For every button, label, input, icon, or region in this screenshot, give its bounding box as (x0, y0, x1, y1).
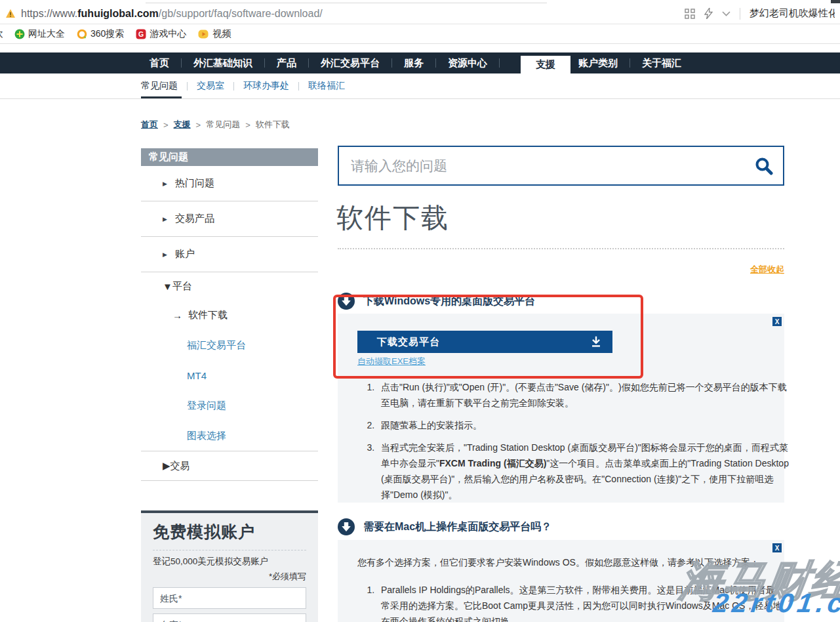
bookmark-gamecenter[interactable]: G 游戏中心 (136, 28, 186, 40)
bookmark-wangzhidaquan[interactable]: 网址大全 (14, 28, 65, 40)
browser-address-bar[interactable]: https://www.fuhuiglobal.com/gb/support/f… (0, 3, 840, 24)
page-title: 软件下载 (336, 200, 449, 236)
last-name-field[interactable] (153, 587, 306, 609)
sidebar-item-label: 福汇交易平台 (187, 339, 246, 352)
install-step: 当程式完全安装后，"Trading Station Desktop (桌面版交易… (377, 440, 789, 503)
sidebar-item-label: 平台 (172, 280, 192, 293)
nav-item-account-types[interactable]: 账户类别 (578, 57, 618, 70)
breadcrumb-support[interactable]: 支援 (174, 119, 191, 131)
subnav-separator (298, 82, 299, 91)
subnav-separator (187, 82, 188, 91)
install-steps-list: 点击"Run (执行)"或"Open (开)"。(不要点击"Save (储存)"… (377, 379, 789, 509)
nav-item-about[interactable]: 关于福汇 (642, 57, 681, 70)
sidebar-header: 常见问题 (141, 148, 318, 166)
subnav-item-contact[interactable]: 联络福汇 (308, 73, 345, 98)
dashed-divider (153, 550, 306, 550)
triangle-down-icon: ▼ (163, 281, 172, 292)
breadcrumb-current: 软件下载 (256, 119, 290, 131)
demo-box-subtitle: 登记50,000美元模拟交易账户 (153, 556, 306, 568)
sidebar-item-hot-questions[interactable]: ▶ 热门问题 (141, 166, 318, 201)
search-button[interactable] (745, 147, 783, 184)
free-demo-account-box: 免费模拟账户 登记50,000美元模拟交易账户 *必须填写 (141, 510, 318, 622)
bookmark-label: 360搜索 (90, 28, 124, 40)
mac-options-intro: 您有多个选择方案，但它们要求客户安装Windows OS。假如您愿意这样做，请参… (357, 557, 770, 569)
faq-sidebar: 常见问题 ▶ 热门问题 ▶ 交易产品 ▶ 账户 ▼ 平台 → 软件下载 福汇交易… (141, 148, 318, 481)
bookmark-icon-ring (77, 29, 87, 39)
triangle-right-icon: ▶ (163, 460, 170, 472)
sidebar-item-label: 软件下载 (188, 309, 228, 321)
section2-header[interactable]: 需要在Mac机上操作桌面版交易平台吗？ (338, 518, 551, 535)
nav-item-products[interactable]: 产品 (277, 57, 296, 70)
bookmark-360search[interactable]: 360搜索 (77, 28, 124, 40)
nav-item-support-active[interactable]: 支援 (521, 56, 570, 73)
nav-item-trading-platforms[interactable]: 外汇交易平台 (321, 57, 380, 70)
chevron-down-icon[interactable] (722, 11, 730, 16)
sub-navigation: 常见问题 交易室 环球办事处 联络福汇 (0, 73, 840, 99)
sidebar-item-label: 账户 (175, 248, 195, 260)
nav-separator (264, 58, 265, 68)
nav-separator (391, 58, 392, 68)
sidebar-child-mt4[interactable]: MT4 (141, 360, 318, 390)
download-platform-button[interactable]: 下载交易平台 (357, 331, 612, 353)
bookmark-video[interactable]: 视频 (198, 28, 231, 40)
section1-header[interactable]: 下载Windows专用的桌面版交易平台 (338, 293, 535, 310)
install-step: 跟随萤幕上的安装指示。 (377, 417, 789, 433)
sidebar-child-login-issues[interactable]: 登录问题 (141, 390, 318, 421)
circle-arrow-down-icon (338, 518, 355, 535)
breadcrumb-separator: > (196, 120, 201, 130)
sidebar-item-trading[interactable]: ▶ 交易 (141, 451, 318, 481)
sidebar-item-accounts[interactable]: ▶ 账户 (141, 237, 318, 272)
bookmark-label: 游戏中心 (150, 28, 186, 40)
breadcrumb-home[interactable]: 首页 (141, 119, 158, 131)
sidebar-item-label: 交易产品 (175, 213, 214, 225)
sidebar-item-trading-products[interactable]: ▶ 交易产品 (141, 201, 318, 237)
subnav-item-global-offices[interactable]: 环球办事处 (243, 73, 289, 98)
breadcrumb-separator: > (163, 120, 169, 130)
bookmark-clipped[interactable]: 欢 (0, 28, 3, 40)
sidebar-item-label: 图表选择 (187, 430, 226, 442)
section1-title: 下载Windows专用的桌面版交易平台 (363, 295, 535, 308)
mac-option: Parallels IP Holdings的Parallels。这是第三方软件，… (377, 582, 784, 622)
download-button-label: 下载交易平台 (377, 336, 440, 348)
exe-auto-link[interactable]: 自动撷取EXE档案 (357, 356, 426, 367)
step-text-bold: FXCM Trading (福汇交易) (439, 458, 546, 468)
nav-item-services[interactable]: 服务 (404, 57, 424, 70)
search-icon (754, 156, 774, 176)
svg-text:G: G (138, 30, 144, 38)
demo-box-title: 免费模拟账户 (153, 521, 306, 543)
first-name-field[interactable] (153, 613, 306, 622)
section2-panel: X 您有多个选择方案，但它们要求客户安装Windows OS。假如您愿意这样做，… (338, 540, 784, 622)
triangle-right-icon: ▶ (163, 180, 167, 187)
bookmark-icon-play (198, 29, 209, 39)
sidebar-item-platform-expanded[interactable]: ▼ 平台 (141, 272, 318, 300)
close-ad-icon[interactable]: X (772, 543, 782, 552)
sidebar-item-label: 登录问题 (187, 400, 226, 412)
nav-item-home[interactable]: 首页 (150, 57, 169, 70)
subnav-separator (233, 82, 234, 91)
faq-search-box (338, 146, 784, 186)
bookmark-icon-plus (14, 29, 25, 39)
close-ad-icon[interactable]: X (772, 317, 782, 326)
subnav-item-faq-active[interactable]: 常见问题 (141, 73, 178, 98)
bookmark-label: 网址大全 (28, 28, 65, 40)
subnav-item-trading-room[interactable]: 交易室 (197, 73, 224, 98)
grid-apps-icon[interactable] (685, 9, 695, 19)
nav-item-forex-basics[interactable]: 外汇基础知识 (193, 57, 252, 70)
collapse-all-link[interactable]: 全部收起 (338, 264, 784, 276)
mac-options-list: Parallels IP Holdings的Parallels。这是第三方软件，… (377, 582, 784, 622)
main-navigation: 首页 外汇基础知识 产品 外汇交易平台 服务 资源中心 支援 账户类别 关于福汇 (0, 52, 840, 73)
search-input[interactable] (339, 158, 745, 174)
sidebar-child-fxcm-platform[interactable]: 福汇交易平台 (141, 330, 318, 360)
sidebar-item-label: MT4 (187, 370, 207, 381)
sidebar-child-charting[interactable]: 图表选择 (141, 421, 318, 451)
circle-arrow-down-icon (338, 293, 355, 310)
lightning-icon[interactable] (704, 8, 713, 19)
nav-separator (435, 58, 436, 68)
nav-item-resources[interactable]: 资源中心 (448, 57, 487, 70)
url-scheme: https://www. (21, 8, 77, 19)
sidebar-child-software-download-active[interactable]: → 软件下载 (141, 300, 318, 330)
url-text[interactable]: https://www.fuhuiglobal.com/gb/support/f… (21, 8, 323, 20)
install-step: 点击"Run (执行)"或"Open (开)"。(不要点击"Save (储存)"… (377, 379, 789, 411)
sidebar-item-label: 交易 (170, 460, 190, 472)
breadcrumb: 首页 > 支援 > 常见问题 > 软件下载 (141, 119, 290, 131)
